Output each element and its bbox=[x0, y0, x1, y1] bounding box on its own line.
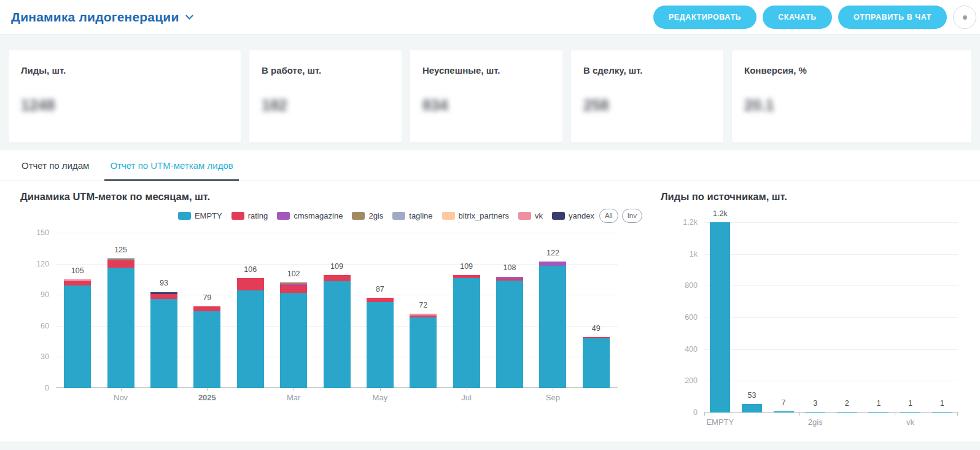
legend-inv-button[interactable]: Inv bbox=[622, 209, 642, 223]
bar-segment-EMPTY bbox=[193, 311, 220, 388]
stacked-bar[interactable] bbox=[150, 292, 177, 388]
x-axis-tick bbox=[704, 413, 705, 416]
stacked-bar[interactable] bbox=[237, 278, 264, 388]
tab-active[interactable]: Отчет по UTM-меткам лидов bbox=[109, 150, 234, 180]
x-axis-tick bbox=[207, 388, 208, 391]
y-axis-label: 30 bbox=[41, 352, 49, 361]
bar[interactable] bbox=[710, 222, 730, 413]
stacked-bar[interactable] bbox=[453, 275, 480, 388]
legend-item[interactable]: tagline bbox=[392, 211, 432, 220]
y-axis-label: 60 bbox=[41, 322, 49, 330]
stacked-bar[interactable] bbox=[193, 306, 220, 388]
bar-value-label: 79 bbox=[203, 293, 211, 302]
charts-row: Динамика UTM-меток по месяцам, шт. EMPTY… bbox=[0, 181, 980, 413]
stacked-bar[interactable] bbox=[583, 337, 610, 388]
page-title: Динамика лидогенерации bbox=[11, 10, 179, 25]
bar-segment-EMPTY bbox=[324, 281, 351, 388]
legend-item[interactable]: 2gis bbox=[352, 211, 383, 220]
legend-label: cmsmagazine bbox=[294, 211, 343, 220]
report-title-dropdown[interactable]: Динамика лидогенерации bbox=[11, 10, 192, 25]
bar-value-label: 122 bbox=[546, 249, 559, 257]
bar[interactable] bbox=[742, 404, 762, 413]
bar-segment-rating bbox=[107, 260, 134, 268]
legend-item[interactable]: EMPTY bbox=[178, 211, 222, 220]
bar[interactable] bbox=[837, 412, 857, 413]
legend-item[interactable]: bitrix_partners bbox=[442, 211, 509, 220]
bar[interactable] bbox=[900, 412, 920, 413]
bar-value-label: 1 bbox=[908, 399, 912, 408]
x-axis-label: 2025 bbox=[198, 393, 216, 402]
bar-value-label: 109 bbox=[330, 262, 343, 271]
bar-value-label: 105 bbox=[71, 266, 84, 275]
stacked-bar[interactable] bbox=[280, 282, 307, 388]
y-axis-label: 1k bbox=[690, 250, 698, 258]
header-button[interactable]: СКАЧАТЬ bbox=[763, 6, 832, 29]
stacked-bar[interactable] bbox=[496, 277, 523, 388]
bar-segment-EMPTY bbox=[237, 290, 264, 388]
bar-segment-EMPTY bbox=[64, 285, 91, 388]
bar-segment-EMPTY bbox=[453, 278, 480, 388]
stacked-bar[interactable] bbox=[367, 298, 394, 388]
x-axis-label: EMPTY bbox=[706, 417, 734, 427]
legend-label: bitrix_partners bbox=[459, 211, 509, 220]
kpi-card: В сделку, шт.258 bbox=[571, 50, 723, 142]
bar-segment bbox=[868, 412, 889, 413]
x-axis-tick bbox=[380, 388, 381, 391]
legend-swatch bbox=[442, 212, 455, 220]
bar[interactable] bbox=[932, 412, 952, 413]
x-axis-tick bbox=[799, 413, 800, 416]
y-axis-label: 120 bbox=[36, 260, 49, 268]
y-axis-label: 0 bbox=[693, 408, 698, 417]
bar[interactable] bbox=[774, 411, 794, 413]
bar-segment-rating bbox=[64, 281, 91, 285]
bar[interactable] bbox=[868, 412, 889, 413]
bar-segment-EMPTY bbox=[107, 268, 134, 388]
tab-inactive[interactable]: Отчет по лидам bbox=[20, 150, 90, 180]
kpi-card: Конверсия, %20.1 bbox=[732, 50, 971, 142]
legend-label: tagline bbox=[409, 211, 432, 220]
legend-item[interactable]: yandex bbox=[552, 211, 594, 220]
chart-title: Лиды по источникам, шт. bbox=[661, 191, 958, 204]
legend-swatch bbox=[277, 212, 290, 220]
bar-value-label: 125 bbox=[114, 246, 127, 254]
legend-item[interactable]: cmsmagazine bbox=[277, 211, 343, 220]
bar-value-label: 3 bbox=[813, 399, 817, 408]
legend-label: rating bbox=[248, 211, 268, 220]
gridline bbox=[704, 285, 958, 286]
chart-title: Динамика UTM-меток по месяцам, шт. bbox=[20, 191, 642, 204]
header-actions: РЕДАКТИРОВАТЬСКАЧАТЬОТПРАВИТЬ В ЧАТ bbox=[653, 6, 976, 29]
bar-segment bbox=[932, 412, 952, 413]
y-axis-label: 150 bbox=[36, 228, 49, 237]
legend-label: 2gis bbox=[368, 211, 383, 220]
header: Динамика лидогенерации РЕДАКТИРОВАТЬСКАЧ… bbox=[0, 0, 980, 35]
gridline bbox=[704, 222, 958, 223]
bar-value-label: 108 bbox=[504, 263, 516, 272]
stacked-bar[interactable] bbox=[410, 314, 437, 388]
legend-swatch bbox=[518, 212, 531, 220]
stacked-bar[interactable] bbox=[64, 279, 91, 388]
stacked-bar[interactable] bbox=[107, 258, 134, 388]
x-axis-label: vk bbox=[906, 417, 914, 427]
bar-segment-EMPTY bbox=[583, 338, 610, 388]
bar-segment bbox=[774, 411, 794, 413]
kpi-value-blurred: 258 bbox=[583, 96, 609, 114]
header-button[interactable]: ОТПРАВИТЬ В ЧАТ bbox=[838, 6, 947, 29]
more-menu-button[interactable] bbox=[953, 6, 976, 29]
legend: EMPTYratingcmsmagazine2gistaglinebitrix_… bbox=[20, 208, 642, 223]
bar-value-label: 1 bbox=[876, 399, 881, 408]
x-axis-tick bbox=[467, 388, 467, 391]
stacked-bar[interactable] bbox=[539, 262, 566, 388]
bar-value-label: 2 bbox=[845, 399, 849, 408]
legend-item[interactable]: vk bbox=[518, 211, 543, 220]
legend-all-button[interactable]: All bbox=[599, 209, 618, 223]
bar-segment bbox=[805, 412, 825, 413]
x-axis-label: Sep bbox=[546, 393, 560, 402]
kpi-label: Неуспешные, шт. bbox=[422, 65, 550, 76]
stacked-bar[interactable] bbox=[324, 275, 351, 388]
report-panel: Отчет по лидамОтчет по UTM-меткам лидов … bbox=[0, 150, 980, 441]
bar-value-label: 72 bbox=[419, 301, 427, 309]
y-axis-label: 800 bbox=[685, 281, 698, 290]
legend-item[interactable]: rating bbox=[231, 211, 268, 220]
bar[interactable] bbox=[805, 412, 825, 413]
header-button[interactable]: РЕДАКТИРОВАТЬ bbox=[653, 6, 756, 29]
